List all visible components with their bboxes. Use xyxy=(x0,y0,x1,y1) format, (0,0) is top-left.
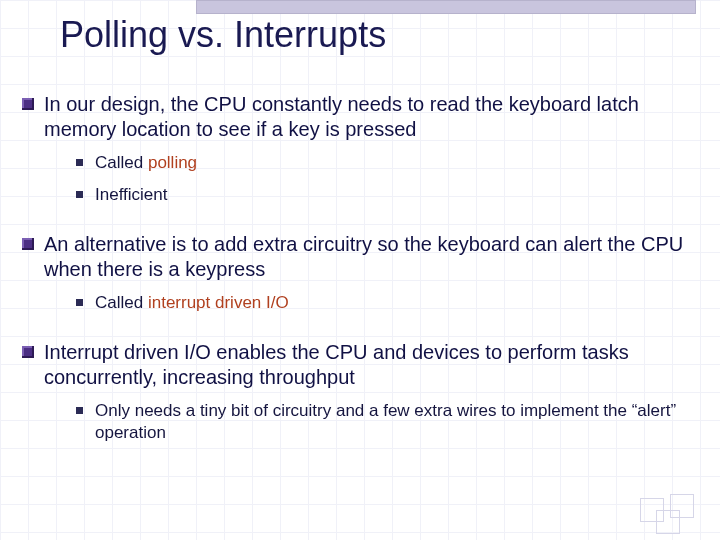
sub-pre: Inefficient xyxy=(95,185,167,204)
square-bullet-icon xyxy=(76,191,83,198)
header-bar xyxy=(196,0,696,14)
bullet-level1: In our design, the CPU constantly needs … xyxy=(22,92,698,142)
bullet-text: In our design, the CPU constantly needs … xyxy=(44,92,698,142)
sub-bullet-text: Called interrupt driven I/O xyxy=(95,292,289,314)
square-bullet-icon xyxy=(76,407,83,414)
sub-bullets: Called interrupt driven I/O xyxy=(76,292,698,314)
bullet-level2: Called interrupt driven I/O xyxy=(76,292,698,314)
sub-pre: Called xyxy=(95,293,148,312)
bullet-text: An alternative is to add extra circuitry… xyxy=(44,232,698,282)
sub-pre: Called xyxy=(95,153,148,172)
sub-bullet-text: Inefficient xyxy=(95,184,167,206)
decor-square-icon xyxy=(670,494,694,518)
diamond-bullet-icon xyxy=(22,346,34,358)
diamond-bullet-icon xyxy=(22,98,34,110)
bullet-text: Interrupt driven I/O enables the CPU and… xyxy=(44,340,698,390)
bullet-level1: An alternative is to add extra circuitry… xyxy=(22,232,698,282)
slide-body: In our design, the CPU constantly needs … xyxy=(22,92,698,444)
bullet-level2: Inefficient xyxy=(76,184,698,206)
sub-bullets: Only needs a tiny bit of circuitry and a… xyxy=(76,400,698,444)
sub-bullet-text: Called polling xyxy=(95,152,197,174)
bullet-level1: Interrupt driven I/O enables the CPU and… xyxy=(22,340,698,390)
slide-title: Polling vs. Interrupts xyxy=(60,14,386,56)
sub-red: interrupt driven I/O xyxy=(148,293,289,312)
bullet-level2: Called polling xyxy=(76,152,698,174)
square-bullet-icon xyxy=(76,299,83,306)
sub-pre: Only needs a tiny bit of circuitry and a… xyxy=(95,401,676,442)
sub-bullets: Called polling Inefficient xyxy=(76,152,698,206)
sub-bullet-text: Only needs a tiny bit of circuitry and a… xyxy=(95,400,698,444)
sub-red: polling xyxy=(148,153,197,172)
bullet-level2: Only needs a tiny bit of circuitry and a… xyxy=(76,400,698,444)
diamond-bullet-icon xyxy=(22,238,34,250)
square-bullet-icon xyxy=(76,159,83,166)
